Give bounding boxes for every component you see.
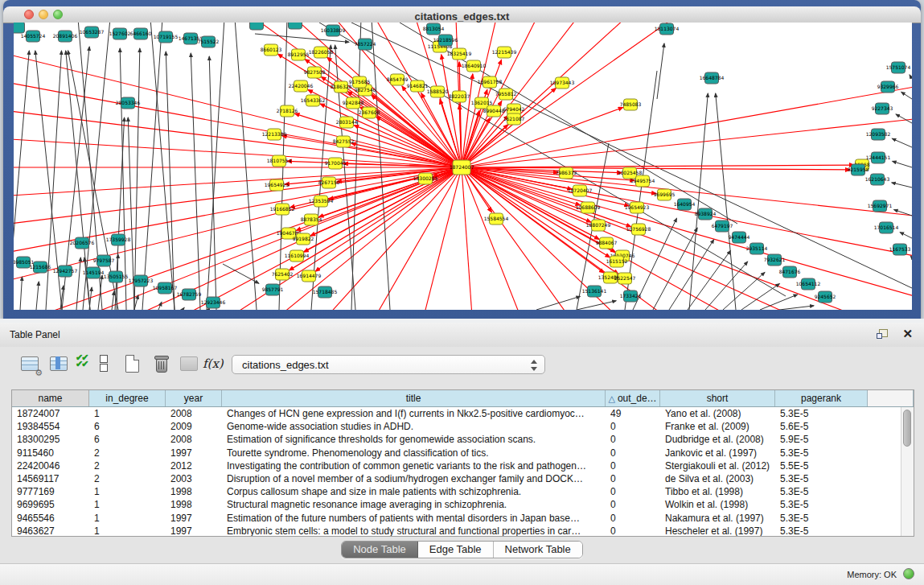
new-column-icon[interactable] <box>122 354 143 375</box>
float-panel-icon[interactable] <box>877 329 888 340</box>
graph-node[interactable]: 15584554 <box>484 213 509 225</box>
graph-node[interactable]: 12942757 <box>53 266 78 277</box>
graph-node[interactable]: 18807249 <box>586 220 611 231</box>
graph-node[interactable]: 2803144 <box>336 117 358 128</box>
graph-node[interactable]: 19654923 <box>625 202 650 213</box>
graph-node[interactable]: 18720407 <box>568 185 593 196</box>
graph-node[interactable]: 1640954 <box>674 199 696 210</box>
graph-node[interactable]: 16033809 <box>321 25 346 36</box>
graph-node[interactable]: 9227343 <box>872 103 893 114</box>
graph-node[interactable]: 12215439 <box>492 47 517 58</box>
graph-node[interactable]: 12923446 <box>201 297 226 308</box>
graph-node[interactable]: 17957223 <box>129 275 154 286</box>
graph-node[interactable]: 19166852 <box>270 204 295 215</box>
graph-node[interactable]: 9884067 <box>596 237 618 249</box>
graph-node[interactable]: 17359928 <box>106 234 131 245</box>
graph-node[interactable]: 10756928 <box>626 224 651 235</box>
tab-edge-table[interactable]: Edge Table <box>418 542 494 558</box>
window-titlebar[interactable]: citations_edges.txt <box>3 6 921 23</box>
graph-node[interactable]: 18226058 <box>309 47 334 58</box>
show-columns-icon[interactable] <box>48 354 69 375</box>
table-row[interactable]: 1456911722003Disruption of a novel membe… <box>12 472 914 485</box>
graph-node[interactable]: 15751074 <box>886 62 911 73</box>
column-header-out_de[interactable]: △out_de… <box>606 390 660 406</box>
graph-node[interactable]: 8813054 <box>423 23 445 35</box>
graph-node[interactable]: 8990448 <box>483 105 505 117</box>
graph-node[interactable]: 10653287 <box>80 27 105 38</box>
graph-node[interactable]: 9474444 <box>729 232 750 243</box>
graph-node[interactable]: 8660123 <box>261 44 282 56</box>
graph-node[interactable]: 19495754 <box>630 175 655 187</box>
graph-node[interactable]: 7515522 <box>198 36 220 47</box>
graph-node[interactable]: 8215958 <box>848 164 869 175</box>
graph-node[interactable]: 18640910 <box>462 60 487 72</box>
table-row[interactable]: 1872400712008Changes of HCN gene express… <box>12 407 914 420</box>
graph-node[interactable]: 8454749 <box>387 74 409 85</box>
graph-node[interactable]: 8267150 <box>318 177 340 188</box>
close-panel-icon[interactable]: ✕ <box>902 327 913 341</box>
graph-node[interactable]: 16961758 <box>478 76 503 88</box>
graph-node[interactable]: 7932621 <box>764 254 786 266</box>
graph-node[interactable]: 18113074 <box>655 23 680 35</box>
graph-node[interactable]: 12093582 <box>866 129 891 140</box>
graph-node[interactable]: 20206576 <box>70 237 95 249</box>
graph-node[interactable]: 8912955 <box>288 49 310 60</box>
graph-node[interactable]: 1621087 <box>503 113 525 125</box>
graph-node[interactable]: 10973443 <box>550 77 575 89</box>
column-header-year[interactable]: year <box>166 390 222 406</box>
graph-hub-node[interactable]: 18724007 <box>450 160 474 175</box>
tab-node-table[interactable]: Node Table <box>342 542 418 558</box>
graph-node[interactable]: 20891406 <box>53 31 78 42</box>
graph-node[interactable]: 9827508 <box>304 67 326 78</box>
graph-node[interactable]: 16648784 <box>700 72 725 84</box>
graph-node[interactable]: 12353594 <box>309 196 334 207</box>
network-view[interactable]: 1872400718300295866012389129551822605898… <box>14 23 912 310</box>
graph-node[interactable]: 7857224 <box>355 39 376 50</box>
vertical-scrollbar[interactable] <box>901 407 914 537</box>
graph-node[interactable]: 7986372 <box>556 167 577 179</box>
table-row[interactable]: 1938455462009Genome-wide association stu… <box>12 420 914 433</box>
graph-node[interactable]: 8471676 <box>779 266 801 278</box>
table-row[interactable]: 969969511998Structural magnetic resonanc… <box>12 498 914 511</box>
graph-node[interactable]: 15136141 <box>582 286 607 297</box>
graph-node[interactable]: 18107554 <box>267 155 292 167</box>
scrollbar-thumb[interactable] <box>903 410 911 447</box>
table-row[interactable]: 946554611997Estimation of the future num… <box>12 512 914 525</box>
graph-node[interactable]: 6479197 <box>712 220 733 232</box>
graph-node[interactable]: 6466160 <box>130 28 152 39</box>
graph-node[interactable]: 7485083 <box>620 99 642 110</box>
graph-node[interactable]: 2522547 <box>614 273 636 284</box>
graph-node[interactable]: 12213389 <box>262 129 287 140</box>
graph-node[interactable]: 2935114 <box>746 243 768 254</box>
select-columns-icon[interactable]: ✔✔✔✔ <box>76 354 97 375</box>
table-row[interactable]: 911546021997Tourette syndrome. Phenomeno… <box>12 447 914 459</box>
graph-node[interactable] <box>14 23 25 33</box>
delete-column-icon[interactable] <box>151 354 172 375</box>
graph-node[interactable]: 1615152 <box>606 256 628 267</box>
graph-node[interactable]: 18325419 <box>447 48 472 60</box>
graph-node[interactable]: 13505155 <box>104 271 129 282</box>
table-row[interactable]: 2242004622012Investigating the contribut… <box>12 459 914 472</box>
column-header-name[interactable]: name <box>12 390 89 406</box>
graph-node[interactable]: 1733426 <box>620 290 642 302</box>
graph-node[interactable]: 16210643 <box>865 174 890 185</box>
graph-node[interactable]: 9699695 <box>654 189 676 200</box>
graph-node[interactable]: 16782759 <box>177 289 202 300</box>
graph-node[interactable]: 10654112 <box>796 278 821 290</box>
table-row[interactable]: 946362711997Embryonic stem cells: a mode… <box>12 525 914 537</box>
graph-node[interactable]: 16914479 <box>297 270 322 282</box>
column-header-title[interactable]: title <box>222 390 606 406</box>
graph-node[interactable]: 1588520 <box>427 86 449 97</box>
graph-node[interactable]: 1167533 <box>889 244 911 255</box>
graph-node[interactable]: 7955812 <box>495 89 517 100</box>
graph-node[interactable]: 9146821 <box>407 80 429 92</box>
column-header-pagerank[interactable]: pagerank <box>775 390 868 406</box>
graph-node[interactable]: 9242848 <box>343 97 364 109</box>
row-height-icon[interactable] <box>100 354 121 375</box>
graph-node[interactable] <box>250 23 264 30</box>
function-builder-button[interactable]: f(x) <box>203 356 224 371</box>
network-table-selector[interactable]: citations_edges.txt <box>232 355 545 374</box>
graph-node[interactable]: 10719155 <box>154 31 179 43</box>
column-header-in_degree[interactable]: in_degree <box>89 390 166 406</box>
table-row[interactable]: 1830029562008Estimation of significance … <box>12 433 914 446</box>
